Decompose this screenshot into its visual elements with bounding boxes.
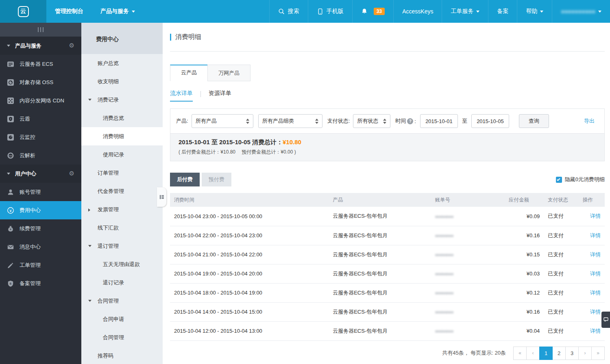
sidebar-item-cloudmonitor[interactable]: 云监控	[0, 128, 81, 146]
page-3-button[interactable]: 3	[565, 347, 579, 360]
detail-link[interactable]: 详情	[590, 309, 601, 315]
detail-link[interactable]: 详情	[590, 290, 601, 296]
menu-consumption-records[interactable]: 消费记录	[81, 91, 163, 109]
sidebar-item-yundun[interactable]: 云盾	[0, 110, 81, 128]
sidebar-item-billing-center[interactable]: ¥ 费用中心	[0, 201, 81, 219]
menu-voucher-management[interactable]: 代金券管理	[81, 182, 163, 200]
collapse-list-icon	[159, 195, 164, 199]
detail-link[interactable]: 详情	[590, 271, 601, 277]
cell-pay-status: 已支付	[544, 283, 579, 302]
page-glyph: «	[518, 350, 521, 356]
mobile-version[interactable]: 手机版	[308, 0, 352, 23]
sidebar-item-beian-mgmt[interactable]: 备 备案管理	[0, 274, 81, 292]
menu-label: 账户总览	[98, 60, 119, 67]
nav-ticket-service[interactable]: 工单服务	[442, 0, 488, 23]
checkbox-checked-icon[interactable]	[556, 177, 562, 183]
sidebar-item-cdn[interactable]: 内容分发网络 CDN	[0, 91, 81, 110]
aliyun-logo[interactable]: 云	[0, 0, 46, 23]
cell-pay-status: 已支付	[544, 207, 579, 226]
cell-amount: ¥0.09	[505, 207, 544, 226]
page-next-button[interactable]: ›	[578, 347, 592, 360]
sidebar-item-renewal[interactable]: ¥ 续费管理	[0, 219, 81, 238]
menu-5day-refund[interactable]: 五天无理由退款	[81, 255, 163, 273]
product-subcategory-select[interactable]: 所有产品细类	[258, 114, 322, 128]
prepaid-button[interactable]: 预付费	[202, 173, 231, 186]
nav-console[interactable]: 管理控制台	[46, 0, 92, 23]
gear-icon[interactable]: ⚙	[69, 171, 74, 177]
menu-usage-records[interactable]: 使用记录	[81, 145, 163, 164]
page-last-button[interactable]: »	[591, 347, 605, 360]
menu-order-management[interactable]: 订单管理	[81, 164, 163, 182]
menu-account-overview[interactable]: 账户总览	[81, 54, 163, 72]
detail-link[interactable]: 详情	[590, 213, 601, 219]
subtab-transaction-details[interactable]: 流水详单	[170, 90, 193, 102]
query-button[interactable]: 查询	[519, 114, 549, 128]
user-account-menu[interactable]: ●●●●●●●●●●	[552, 0, 610, 23]
detail-link[interactable]: 详情	[590, 328, 601, 334]
product-select[interactable]: 所有产品	[192, 114, 253, 128]
cell-time: 2015-10-04 22:00 - 2015-10-04 23:00	[170, 226, 329, 245]
table-row: 2015-10-04 21:00 - 2015-10-04 22:00 云服务器…	[170, 245, 605, 264]
search-menu[interactable]: 搜索	[269, 0, 308, 23]
menu-offline-remittance[interactable]: 线下汇款	[81, 219, 163, 237]
sidebar-item-oss[interactable]: 对象存储 OSS	[0, 73, 81, 91]
hide-zero-label: 隐藏0元消费明细	[565, 176, 605, 183]
sidebar-item-dns[interactable]: DNS 云解析	[0, 146, 81, 165]
menu-label: 消费记录	[98, 96, 119, 104]
menu-income-expense[interactable]: 收支明细	[81, 72, 163, 91]
select-arrows-icon	[315, 119, 318, 124]
sidebar-collapse-handle[interactable]	[0, 23, 81, 37]
time-filter-label: 时间	[395, 117, 406, 125]
menu-consumption-details[interactable]: 消费明细	[81, 127, 163, 145]
export-link[interactable]: 导出	[584, 117, 599, 125]
sidebar-item-label: 消息中心	[20, 243, 41, 251]
detail-link[interactable]: 详情	[590, 232, 601, 238]
chevron-down-icon	[540, 11, 543, 13]
nav-products-menu[interactable]: 产品与服务	[92, 0, 144, 23]
page-first-button[interactable]: «	[513, 347, 527, 360]
sidebar-item-ecs[interactable]: 云服务器 ECS	[0, 55, 81, 73]
help-icon[interactable]: ?	[407, 118, 413, 124]
subtab-resource-details[interactable]: 资源详单	[209, 90, 231, 102]
menu-unsubscribe-management[interactable]: 退订管理	[81, 237, 163, 255]
nav-help[interactable]: 帮助	[517, 0, 552, 23]
storage-icon	[7, 79, 14, 86]
feedback-floating-tab[interactable]	[601, 312, 610, 328]
product-filter-label: 产品:	[176, 117, 188, 125]
menu-contract-management[interactable]: 合同管理	[81, 328, 163, 347]
pay-status-label: 支付状态:	[327, 117, 350, 125]
menu-referral-code[interactable]: 推荐码	[81, 347, 163, 364]
sidebar-item-messages[interactable]: 消息中心	[0, 238, 81, 256]
menu-unsubscribe-records[interactable]: 退订记录	[81, 273, 163, 292]
page-title-text: 消费明细	[175, 33, 201, 41]
menu-consumption-overview[interactable]: 消费总览	[81, 109, 163, 127]
nav-accesskeys[interactable]: AccessKeys	[393, 0, 442, 23]
page-prev-button[interactable]: ‹	[526, 347, 540, 360]
menu-invoice-management[interactable]: 发票管理	[81, 200, 163, 219]
gear-icon[interactable]: ⚙	[69, 43, 74, 49]
cell-time: 2015-10-04 12:00 - 2015-10-04 13:00	[170, 321, 329, 340]
detail-link[interactable]: 详情	[590, 251, 601, 258]
tab-wanwang-products[interactable]: 万网产品	[207, 65, 251, 81]
tab-cloud-products[interactable]: 云产品	[170, 65, 208, 81]
date-to-input[interactable]: 2015-10-05	[471, 114, 509, 128]
secondary-sidebar-collapse-handle[interactable]	[157, 187, 166, 207]
menu-contract-management-group[interactable]: 合同管理	[81, 292, 163, 310]
date-from-input[interactable]: 2015-10-01	[420, 114, 458, 128]
nav-console-label: 管理控制台	[55, 8, 83, 15]
page-1-button[interactable]: 1	[539, 347, 553, 360]
notifications[interactable]: 33	[352, 0, 393, 23]
pay-status-select[interactable]: 所有状态	[353, 114, 390, 128]
table-row: 2015-10-04 22:00 - 2015-10-04 23:00 云服务器…	[170, 226, 605, 245]
hide-zero-checkbox-row[interactable]: 隐藏0元消费明细	[556, 176, 605, 183]
menu-label: 退订记录	[103, 279, 124, 286]
section-user-center[interactable]: 用户中心 ⚙	[0, 165, 81, 183]
sidebar-item-account[interactable]: 账号管理	[0, 183, 81, 201]
page-2-button[interactable]: 2	[552, 347, 566, 360]
sidebar-item-tickets[interactable]: 工单管理	[0, 256, 81, 274]
menu-contract-apply[interactable]: 合同申请	[81, 310, 163, 328]
postpaid-button[interactable]: 后付费	[170, 173, 200, 186]
summary-total-amount: ¥10.80	[283, 139, 301, 145]
nav-beian[interactable]: 备案	[488, 0, 517, 23]
section-products-services[interactable]: 产品与服务 ⚙	[0, 37, 81, 55]
